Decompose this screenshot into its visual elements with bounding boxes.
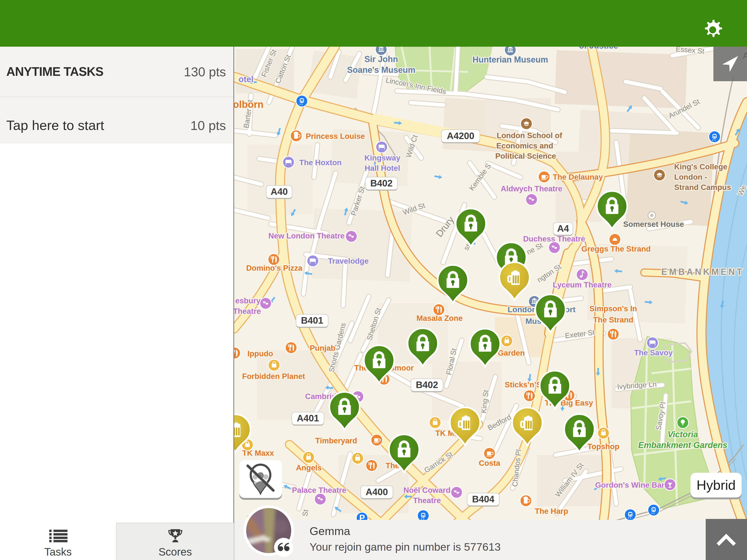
svg-text:B404: B404 — [472, 494, 494, 504]
svg-text:Sticks’n’S: Sticks’n’S — [505, 380, 542, 389]
svg-text:Aldwych Theatre: Aldwych Theatre — [501, 184, 562, 193]
svg-text:Soane's Museum: Soane's Museum — [347, 65, 415, 75]
svg-text:The Strand: The Strand — [593, 316, 633, 324]
svg-text:Simpson's In: Simpson's In — [589, 304, 637, 313]
svg-text:Costa: Costa — [479, 459, 500, 468]
svg-text:Noël Coward: Noël Coward — [403, 486, 450, 495]
svg-text:Strand Campus: Strand Campus — [674, 183, 731, 192]
svg-text:esbury: esbury — [235, 296, 261, 305]
svg-text:Timberyard: Timberyard — [315, 436, 357, 445]
svg-text:Theatre: Theatre — [234, 307, 261, 316]
svg-text:A400: A400 — [365, 487, 388, 497]
svg-text:otel: otel — [238, 75, 254, 84]
svg-text:Embankment Gardens: Embankment Gardens — [638, 440, 727, 450]
svg-text:Holborn: Holborn — [234, 99, 263, 110]
svg-text:Victoria: Victoria — [668, 430, 698, 439]
svg-text:of Justice: of Justice — [579, 47, 618, 50]
svg-text:King's College: King's College — [674, 162, 727, 171]
svg-text:Political Science: Political Science — [495, 152, 556, 160]
svg-text:The Hoxton: The Hoxton — [299, 158, 341, 167]
svg-text:Angels: Angels — [296, 463, 322, 472]
svg-text:Ippudo: Ippudo — [248, 349, 273, 358]
svg-text:The Delaunay: The Delaunay — [553, 173, 603, 181]
svg-text:Hunterian Museum: Hunterian Museum — [472, 55, 548, 64]
svg-text:B402: B402 — [370, 178, 393, 188]
svg-text:Punjab: Punjab — [310, 344, 335, 352]
svg-text:Topshop: Topshop — [588, 442, 620, 451]
svg-text:London School of: London School of — [497, 131, 562, 140]
svg-text:Greggs The Strand: Greggs The Strand — [581, 244, 651, 253]
svg-text:London -: London - — [674, 173, 707, 181]
svg-text:EMBANKMENT: EMBANKMENT — [661, 267, 744, 277]
svg-text:Economics and: Economics and — [496, 141, 553, 150]
svg-text:Hall Hotel: Hall Hotel — [365, 164, 400, 172]
svg-text:Lyceum Theatre: Lyceum Theatre — [553, 281, 612, 289]
svg-text:Princess Louise: Princess Louise — [306, 132, 365, 140]
svg-text:B401: B401 — [301, 315, 323, 325]
svg-text:B402: B402 — [416, 380, 438, 390]
svg-text:A4: A4 — [557, 223, 569, 234]
svg-text:A401: A401 — [297, 413, 319, 423]
svg-text:The Savoy: The Savoy — [634, 348, 673, 357]
svg-text:A4200: A4200 — [447, 131, 474, 141]
svg-text:Forbidden Planet: Forbidden Planet — [242, 372, 305, 380]
svg-text:Kingsway: Kingsway — [364, 154, 401, 162]
svg-text:Somerset House: Somerset House — [623, 220, 684, 229]
svg-text:Theatre: Theatre — [413, 496, 441, 505]
svg-text:A40: A40 — [271, 186, 288, 197]
svg-text:Sir John: Sir John — [364, 54, 398, 64]
svg-text:New London Theatre: New London Theatre — [268, 232, 344, 240]
svg-text:The Harp: The Harp — [535, 507, 568, 515]
svg-text:Travelodge: Travelodge — [328, 257, 368, 265]
svg-text:Gordon's Wine Bar: Gordon's Wine Bar — [595, 481, 664, 489]
